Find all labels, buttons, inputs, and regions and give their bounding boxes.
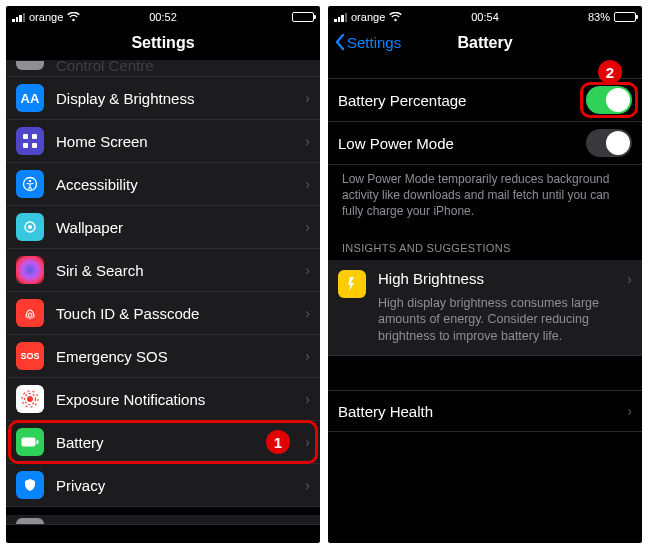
back-button[interactable]: Settings — [334, 33, 401, 51]
wallpaper-icon — [16, 213, 44, 241]
touchid-icon — [16, 299, 44, 327]
status-bar: orange 00:54 83% — [328, 6, 642, 26]
row-privacy[interactable]: Privacy › — [6, 464, 320, 507]
row-battery-percentage: Battery Percentage — [328, 78, 642, 122]
row-label: Privacy — [56, 477, 305, 494]
row-battery-health[interactable]: Battery Health › — [328, 390, 642, 432]
row-touchid-passcode[interactable]: Touch ID & Passcode › — [6, 292, 320, 335]
chevron-right-icon: › — [305, 391, 310, 407]
insight-high-brightness[interactable]: High Brightness › High display brightnes… — [328, 260, 642, 357]
siri-icon — [16, 256, 44, 284]
clock: 00:54 — [328, 11, 642, 23]
row-label: Battery Percentage — [338, 92, 586, 109]
chevron-left-icon — [334, 33, 345, 51]
svg-rect-2 — [23, 143, 28, 148]
row-label: Home Screen — [56, 133, 305, 150]
clock: 00:52 — [6, 11, 320, 23]
nav-header: Settings Battery 2 — [328, 26, 642, 60]
row-label: Low Power Mode — [338, 135, 586, 152]
accessibility-icon — [16, 170, 44, 198]
row-emergency-sos[interactable]: SOS Emergency SOS › — [6, 335, 320, 378]
row-exposure-notifications[interactable]: Exposure Notifications › — [6, 378, 320, 421]
chevron-right-icon: › — [627, 403, 632, 419]
annotation-badge-2: 2 — [598, 60, 622, 84]
row-home-screen[interactable]: Home Screen › — [6, 120, 320, 163]
chevron-right-icon: › — [305, 434, 310, 450]
chevron-right-icon: › — [305, 305, 310, 321]
svg-point-5 — [29, 180, 32, 183]
row-accessibility[interactable]: Accessibility › — [6, 163, 320, 206]
row-label: Emergency SOS — [56, 348, 305, 365]
page-title: Settings — [131, 34, 194, 51]
battery-screen: orange 00:54 83% Settings Battery 2 Batt… — [328, 6, 642, 543]
sos-icon: SOS — [16, 342, 44, 370]
insights-header: INSIGHTS AND SUGGESTIONS — [328, 226, 642, 260]
chevron-right-icon: › — [305, 262, 310, 278]
chevron-right-icon: › — [305, 219, 310, 235]
nav-header: Settings — [6, 26, 320, 61]
row-label: Wallpaper — [56, 219, 305, 236]
settings-list[interactable]: Control Centre AA Display & Brightness ›… — [6, 61, 320, 543]
chevron-right-icon: › — [305, 348, 310, 364]
row-siri-search[interactable]: Siri & Search › — [6, 249, 320, 292]
row-label: Touch ID & Passcode — [56, 305, 305, 322]
low-power-footer: Low Power Mode temporarily reduces backg… — [328, 165, 642, 226]
brightness-icon — [338, 270, 366, 298]
insight-title: High Brightness — [378, 270, 484, 287]
privacy-icon — [16, 471, 44, 499]
svg-rect-3 — [32, 143, 37, 148]
chevron-right-icon: › — [305, 176, 310, 192]
battery-list[interactable]: Battery Percentage Low Power Mode Low Po… — [328, 60, 642, 543]
low-power-mode-toggle[interactable] — [586, 129, 632, 157]
battery-icon — [292, 12, 314, 22]
chevron-right-icon: › — [305, 90, 310, 106]
insight-description: High display brightness consumes large a… — [378, 295, 632, 346]
svg-rect-1 — [32, 134, 37, 139]
row-label: Accessibility — [56, 176, 305, 193]
svg-rect-0 — [23, 134, 28, 139]
row-low-power-mode: Low Power Mode — [328, 122, 642, 165]
exposure-icon — [16, 385, 44, 413]
chevron-right-icon: › — [305, 477, 310, 493]
row-battery[interactable]: Battery 1 › — [6, 421, 320, 464]
svg-rect-11 — [22, 438, 36, 447]
row-label: Battery Health — [338, 403, 627, 420]
battery-percentage-toggle[interactable] — [586, 86, 632, 114]
annotation-badge-1: 1 — [266, 430, 290, 454]
row-label: Display & Brightness — [56, 90, 305, 107]
svg-rect-12 — [37, 440, 39, 444]
chevron-right-icon: › — [305, 133, 310, 149]
row-label: Siri & Search — [56, 262, 305, 279]
grid-icon — [16, 127, 44, 155]
aa-icon: AA — [16, 84, 44, 112]
svg-point-7 — [28, 225, 32, 229]
row-label: Exposure Notifications — [56, 391, 305, 408]
partial-row-top[interactable]: Control Centre — [6, 61, 320, 77]
battery-icon — [16, 428, 44, 456]
settings-screen: orange 00:52 Settings Control Centre AA … — [6, 6, 320, 543]
svg-point-8 — [27, 396, 33, 402]
row-display-brightness[interactable]: AA Display & Brightness › — [6, 77, 320, 120]
page-title: Battery — [457, 34, 512, 51]
status-bar: orange 00:52 — [6, 6, 320, 26]
battery-icon — [614, 12, 636, 22]
partial-row-bottom[interactable] — [6, 515, 320, 525]
chevron-right-icon: › — [627, 270, 632, 287]
row-wallpaper[interactable]: Wallpaper › — [6, 206, 320, 249]
back-label: Settings — [347, 34, 401, 51]
